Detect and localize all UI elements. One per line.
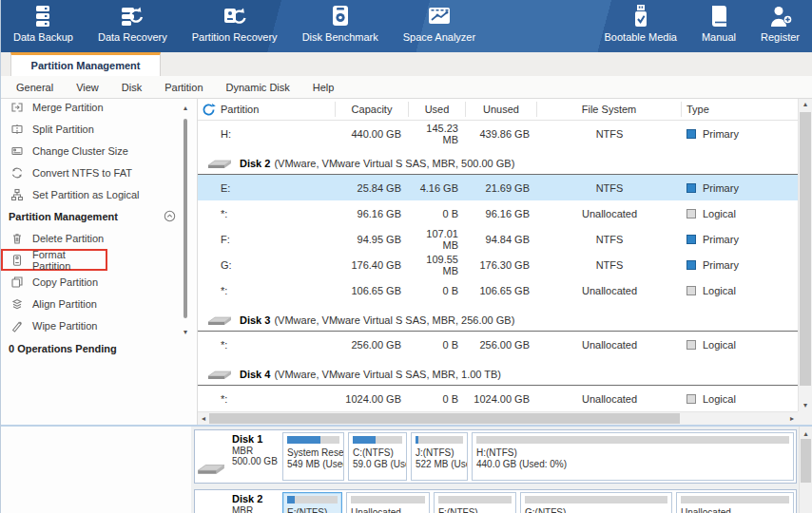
table-row-partition-h[interactable]: H: 440.00 GB 145.23 MB 439.86 GB NTFS Pr… [198, 121, 798, 146]
sidebar-scrollbar[interactable]: ▴ ▾ [180, 102, 191, 425]
scroll-up-icon[interactable]: ▴ [180, 104, 191, 113]
logical-type-square [686, 394, 696, 404]
sidebar-section-partition-management[interactable]: Partition Management [1, 205, 197, 227]
disk-map-row-disk-2[interactable]: Disk 2 MBR E:(NTFS) Unallocated [194, 489, 797, 513]
table-row-disk-2[interactable]: Disk 2 (VMware, VMware Virtual S SAS, MB… [198, 146, 798, 175]
chevron-up-icon[interactable] [164, 210, 176, 222]
menu-general[interactable]: General [5, 79, 65, 96]
menu-view[interactable]: View [65, 79, 110, 96]
sidebar-item-label: Delete Partition [32, 233, 104, 244]
table-vertical-scrollbar[interactable]: ▴ ▾ [798, 99, 812, 411]
table-row-partition-unallocated-2[interactable]: *: 106.65 GB 0 B 106.65 GB Unallocated L… [198, 277, 798, 303]
primary-type-square [686, 129, 696, 139]
register-icon [768, 4, 793, 28]
manual-icon [706, 4, 731, 28]
column-header-used[interactable]: Used [409, 102, 466, 117]
table-row-disk-4[interactable]: Disk 4 (VMware, VMware Virtual S SAS, MB… [198, 357, 798, 386]
scroll-left-icon[interactable]: ◂ [198, 412, 209, 425]
sidebar-item-align-partition[interactable]: Align Partition [1, 293, 197, 314]
usage-bar [525, 496, 667, 504]
toolbar-label: Space Analyzer [403, 31, 475, 43]
sidebar-item-change-cluster-size[interactable]: Change Cluster Size [1, 140, 197, 162]
partition-block-f[interactable]: F:(NTFS) [434, 492, 516, 513]
action-list: Merge Partition Split Partition Change C… [1, 99, 197, 354]
partition-block-unallocated-1[interactable]: Unallocated [346, 492, 430, 513]
partition-block-unallocated-2[interactable]: Unallocated [676, 492, 794, 513]
table-row-partition-e-selected[interactable]: E: 25.84 GB 4.16 GB 21.69 GB NTFS Primar… [198, 175, 798, 200]
disk-2-partitions: E:(NTFS) Unallocated F:(NTFS) G:(NTFS) [280, 490, 796, 513]
column-header-type[interactable]: Type [682, 102, 798, 117]
partition-block-e-selected[interactable]: E:(NTFS) [282, 492, 342, 513]
sidebar-item-label: Align Partition [32, 298, 97, 310]
sidebar-item-split-partition[interactable]: Split Partition [1, 118, 197, 140]
scroll-down-icon[interactable]: ▾ [180, 328, 191, 337]
partition-block-h[interactable]: H:(NTFS) 440.0 GB (Used: 0%) [472, 432, 794, 481]
disk-map-row-disk-1[interactable]: Disk 1 MBR 500.00 GB System Reser 549 MB… [194, 429, 797, 484]
tab-partition-management[interactable]: Partition Management [10, 52, 161, 76]
table-vertical-scrollbar-thumb[interactable] [800, 112, 811, 386]
table-row-disk-3[interactable]: Disk 3 (VMware, VMware Virtual S SAS, MB… [198, 303, 798, 332]
sidebar-item-merge-partition[interactable]: Merge Partition [1, 99, 197, 118]
column-header-capacity[interactable]: Capacity [336, 102, 409, 117]
sidebar-item-label: Split Partition [32, 124, 94, 135]
align-partition-icon [10, 297, 24, 311]
table-horizontal-scrollbar[interactable]: ◂ ▸ [198, 411, 798, 425]
partition-recovery-icon [222, 4, 247, 28]
bootable-media-icon [628, 4, 653, 28]
toolbar-item-data-backup[interactable]: Data Backup [1, 0, 86, 43]
menu-help[interactable]: Help [301, 79, 346, 96]
disk-icon [207, 158, 232, 169]
menu-bar: General View Disk Partition Dynamic Disk… [1, 76, 812, 99]
toolbar-item-register[interactable]: Register [748, 0, 812, 43]
toolbar-item-manual[interactable]: Manual [689, 0, 748, 43]
table-header: Partition Capacity Used Unused File Syst… [198, 99, 798, 121]
partition-block-g[interactable]: G:(NTFS) [520, 492, 672, 513]
sidebar-item-convert-ntfs-to-fat[interactable]: Convert NTFS to FAT [1, 162, 197, 183]
partition-block-j[interactable]: J:(NTFS) 522 MB (Usec [411, 432, 468, 481]
sidebar-section-label: Partition Management [9, 211, 118, 222]
disk-map-scrollbar-thumb[interactable] [801, 439, 811, 483]
toolbar-item-space-analyzer[interactable]: Space Analyzer [391, 0, 488, 43]
logical-type-square [686, 286, 696, 295]
toolbar-item-bootable-media[interactable]: Bootable Media [592, 0, 689, 43]
menu-dynamic-disk[interactable]: Dynamic Disk [215, 79, 301, 96]
toolbar-item-partition-recovery[interactable]: Partition Recovery [180, 0, 290, 43]
menu-disk[interactable]: Disk [110, 79, 153, 96]
table-horizontal-scrollbar-thumb[interactable] [209, 413, 680, 424]
table-row-partition-unallocated-3[interactable]: *: 256.00 GB 0 B 256.00 GB Unallocated L… [198, 332, 798, 357]
toolbar-label: Data Backup [13, 31, 73, 43]
menu-partition[interactable]: Partition [153, 79, 214, 96]
copy-partition-icon [10, 276, 24, 289]
toolbar-label: Manual [702, 31, 736, 43]
scroll-down-icon[interactable]: ▾ [799, 400, 812, 411]
operations-pending-status: 0 Operations Pending [1, 343, 197, 354]
table-row-partition-unallocated-4[interactable]: *: 1024.00 GB 0 B 1024.00 GB Unallocated… [198, 386, 798, 411]
primary-type-square [686, 260, 696, 270]
disk-size: 500.00 GB [232, 456, 280, 466]
column-header-file-system[interactable]: File System [537, 102, 682, 117]
partition-block-c[interactable]: C:(NTFS) 59.0 GB (Usec [348, 432, 407, 481]
refresh-icon[interactable] [202, 103, 216, 117]
sidebar-item-copy-partition[interactable]: Copy Partition [1, 271, 197, 293]
sidebar-item-label: Merge Partition [32, 102, 104, 113]
sidebar-scrollbar-thumb[interactable] [184, 119, 187, 318]
column-header-partition[interactable]: Partition [198, 102, 336, 117]
logical-type-square [686, 209, 696, 218]
scroll-up-icon[interactable]: ▴ [799, 99, 812, 110]
merge-partition-icon [10, 101, 24, 114]
disk-benchmark-icon [328, 4, 353, 28]
disk-map-scrollbar[interactable]: ▴ [799, 427, 812, 513]
sidebar-item-wipe-partition[interactable]: Wipe Partition [1, 314, 197, 336]
sidebar-item-delete-partition[interactable]: Delete Partition [1, 227, 197, 249]
table-row-partition-f[interactable]: F: 94.95 GB 107.01 MB 94.84 GB NTFS Prim… [198, 226, 798, 252]
table-row-partition-g[interactable]: G: 176.40 GB 109.55 MB 176.30 GB NTFS Pr… [198, 252, 798, 277]
table-row-partition-unallocated-1[interactable]: *: 96.16 GB 0 B 96.16 GB Unallocated Log… [198, 200, 798, 226]
toolbar-item-data-recovery[interactable]: Data Recovery [86, 0, 180, 43]
sidebar-item-format-partition[interactable]: Format Partition [1, 249, 107, 271]
column-header-unused[interactable]: Unused [466, 102, 537, 117]
scroll-right-icon[interactable]: ▸ [786, 412, 798, 425]
toolbar-item-disk-benchmark[interactable]: Disk Benchmark [290, 0, 391, 43]
sidebar-item-set-partition-as-logical[interactable]: Set Partition as Logical [1, 183, 197, 205]
usage-bar [416, 436, 463, 444]
partition-block-system-reserved[interactable]: System Reser 549 MB (Usec [282, 432, 344, 481]
